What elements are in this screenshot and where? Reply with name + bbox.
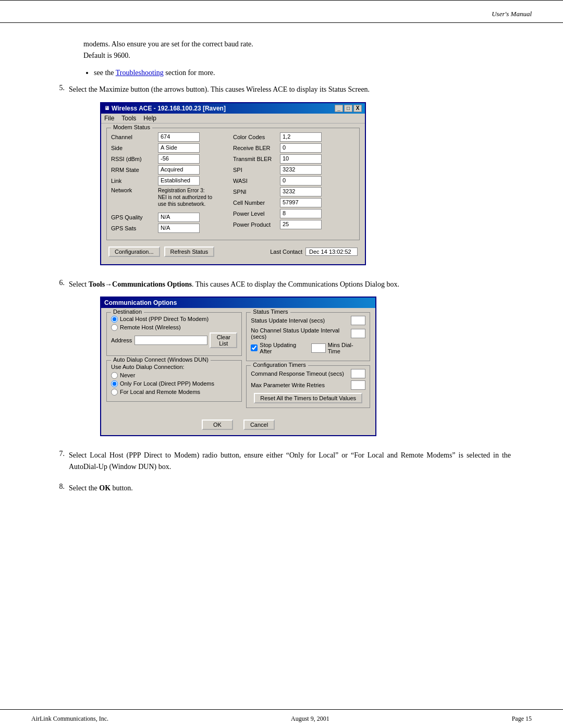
field-channel-label: Channel xyxy=(111,134,158,140)
field-transmit-bler: Transmit BLER 10 xyxy=(233,154,355,164)
no-channel-input[interactable]: 2 xyxy=(351,329,365,338)
field-color-codes-label: Color Codes xyxy=(233,134,280,140)
refresh-status-button[interactable]: Refresh Status xyxy=(164,246,215,257)
bullet-list: see the Troubleshooting section for more… xyxy=(94,67,511,79)
radio-never-input[interactable] xyxy=(111,372,118,379)
no-channel-label: No Channel Status Update Interval (secs) xyxy=(251,327,351,340)
comm-dialog: Communication Options Destination Local … xyxy=(100,297,376,436)
comm-title-text: Communication Options xyxy=(104,299,177,306)
page-content: modems. Also ensure you are set for the … xyxy=(0,23,563,535)
step-7: 7. Select Local Host (PPP Direct to Mode… xyxy=(52,450,511,478)
footer-right: Page 15 xyxy=(512,715,532,723)
field-gps-sats: GPS Sats N/A xyxy=(111,224,233,233)
radio-only-local: Only For Local (Direct PPP) Modems xyxy=(111,380,237,387)
radio-local-input[interactable] xyxy=(111,316,118,323)
intro-block: modems. Also ensure you are set for the … xyxy=(83,39,511,62)
stop-updating-label: Stop Updating After xyxy=(260,342,309,354)
field-rssi: RSSI (dBm) -56 xyxy=(111,154,233,164)
address-row: Address Clear List xyxy=(111,332,237,348)
stop-updating-input[interactable]: 1 xyxy=(311,343,326,353)
field-spi: SPI 3232 xyxy=(233,165,355,175)
radio-remote-input[interactable] xyxy=(111,324,118,331)
menu-file[interactable]: File xyxy=(104,115,114,122)
ace-bottom-bar: Configuration... Refresh Status Last Con… xyxy=(106,244,360,259)
field-color-codes: Color Codes 1,2 xyxy=(233,132,355,142)
field-rrm-label: RRM State xyxy=(111,167,158,173)
bullet-item: see the Troubleshooting section for more… xyxy=(94,67,511,79)
field-cell-number: Cell Number 57997 xyxy=(233,198,355,207)
command-timeout-input[interactable]: 2 xyxy=(351,369,365,378)
footer-left: AirLink Communications, Inc. xyxy=(31,715,108,723)
step-7-text: Select Local Host (PPP Direct to Modem) … xyxy=(69,450,511,473)
radio-local-host: Local Host (PPP Direct To Modem) xyxy=(111,316,237,323)
last-contact-value: Dec 14 13:02:52 xyxy=(305,248,358,256)
field-wasi-value: 0 xyxy=(280,176,322,186)
address-input[interactable] xyxy=(134,336,207,345)
ace-body: Modem Status Channel 674 xyxy=(101,124,365,264)
comm-titlebar: Communication Options xyxy=(101,298,375,308)
field-gps-quality-label: GPS Quality xyxy=(111,214,158,220)
field-gps-sats-label: GPS Sats xyxy=(111,225,158,231)
ace-window-controls[interactable]: _ □ X xyxy=(335,105,362,112)
address-label: Address xyxy=(111,337,132,343)
step-7-content: Select Local Host (PPP Direct to Modem) … xyxy=(69,450,511,478)
status-timers-group: Status Timers Status Update Interval (se… xyxy=(246,312,370,361)
step-8-text: Select the OK button. xyxy=(69,483,511,494)
radio-local-label: Local Host (PPP Direct To Modem) xyxy=(120,316,209,322)
last-contact-label: Last Contact xyxy=(270,249,302,255)
status-update-input[interactable]: 5 xyxy=(351,316,365,325)
minimize-button[interactable]: _ xyxy=(335,105,343,112)
field-receive-bler: Receive BLER 0 xyxy=(233,143,355,153)
stop-updating-checkbox[interactable] xyxy=(251,344,258,351)
menu-help[interactable]: Help xyxy=(143,115,156,122)
radio-remote-host: Remote Host (Wireless) xyxy=(111,324,237,331)
ace-title-icon: 🖥 xyxy=(104,105,109,111)
step-5: 5. Select the Maximize button (the arrow… xyxy=(52,84,511,274)
cancel-button[interactable]: Cancel xyxy=(243,419,275,430)
field-side-label: Side xyxy=(111,145,158,151)
field-power-level-value: 8 xyxy=(280,209,322,218)
step-8: 8. Select the OK button. xyxy=(52,483,511,499)
reset-button-row: Reset All the Timers to Default Values xyxy=(251,393,365,403)
ok-button[interactable]: OK xyxy=(202,419,233,430)
step-8-number: 8. xyxy=(52,483,65,499)
status-grid: Channel 674 Side A Side RS xyxy=(111,131,355,236)
field-receive-bler-label: Receive BLER xyxy=(233,145,280,151)
field-rssi-label: RSSI (dBm) xyxy=(111,156,158,162)
auto-dialup-group: Auto Dialup Connect (Windows DUN) Use Au… xyxy=(106,360,242,402)
menu-tools[interactable]: Tools xyxy=(121,115,136,122)
configuration-button[interactable]: Configuration... xyxy=(108,246,160,257)
mins-dial-label: Mins Dial-Time xyxy=(328,342,365,354)
last-contact: Last Contact Dec 14 13:02:52 xyxy=(270,248,358,256)
field-cell-number-label: Cell Number xyxy=(233,200,280,206)
troubleshooting-link[interactable]: Troubleshooting xyxy=(116,69,164,77)
field-link-value: Established xyxy=(158,176,200,186)
step-6-number: 6. xyxy=(52,279,65,446)
field-transmit-bler-label: Transmit BLER xyxy=(233,156,280,162)
field-rssi-value: -56 xyxy=(158,154,200,164)
field-gps-sats-value: N/A xyxy=(158,224,200,233)
status-left: Channel 674 Side A Side RS xyxy=(111,131,233,236)
reset-timers-button[interactable]: Reset All the Timers to Default Values xyxy=(254,393,362,403)
radio-for-local-remote-input[interactable] xyxy=(111,389,118,396)
status-update-row: Status Update Interval (secs) 5 xyxy=(251,316,365,325)
config-timers-group: Configuration Timers Command Response Ti… xyxy=(246,365,370,408)
field-rrm-value: Acquired xyxy=(158,165,200,175)
comm-left: Destination Local Host (PPP Direct To Mo… xyxy=(106,312,242,412)
destination-group: Destination Local Host (PPP Direct To Mo… xyxy=(106,312,242,356)
close-button[interactable]: X xyxy=(353,105,362,112)
maximize-button[interactable]: □ xyxy=(344,105,352,112)
field-power-level: Power Level 8 xyxy=(233,209,355,218)
use-auto-label: Use Auto Dialup Connection: xyxy=(111,364,237,370)
footer-center: August 9, 2001 xyxy=(291,715,329,723)
clear-list-button[interactable]: Clear List xyxy=(210,332,237,348)
network-text: Registration Error 3: NEI is not authori… xyxy=(158,187,212,207)
radio-never: Never xyxy=(111,372,237,379)
modem-status-group: Modem Status Channel 674 xyxy=(106,128,360,240)
radio-only-local-input[interactable] xyxy=(111,380,118,387)
max-param-input[interactable]: 3 xyxy=(351,380,365,390)
step-8-bold: OK xyxy=(99,484,111,492)
field-power-product: Power Product 25 xyxy=(233,220,355,229)
stop-updating-row: Stop Updating After 1 Mins Dial-Time xyxy=(251,342,365,354)
auto-dialup-label: Auto Dialup Connect (Windows DUN) xyxy=(111,356,211,363)
